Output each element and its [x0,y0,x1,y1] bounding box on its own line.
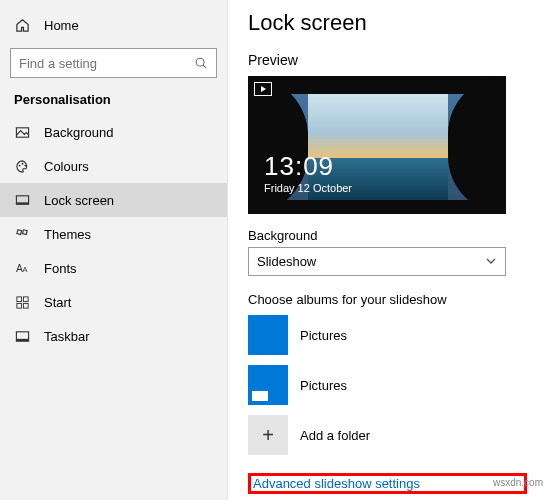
plus-icon: + [248,415,288,455]
taskbar-icon [14,328,30,344]
nav-label: Taskbar [44,329,90,344]
search-input[interactable] [19,56,194,71]
svg-rect-11 [23,296,28,301]
svg-rect-13 [23,303,28,308]
nav-label: Background [44,125,113,140]
preview-clock: 13:09 Friday 12 October [264,151,352,194]
album-name: Pictures [300,378,347,393]
album-thumb-icon [248,315,288,355]
sidebar-item-fonts[interactable]: AA Fonts [0,251,227,285]
home-label: Home [44,18,79,33]
themes-icon [14,226,30,242]
album-row[interactable]: Pictures [248,315,527,355]
nav-label: Colours [44,159,89,174]
advanced-link-highlight: Advanced slideshow settings [248,473,527,494]
advanced-slideshow-link[interactable]: Advanced slideshow settings [253,476,420,491]
dropdown-value: Slideshow [257,254,316,269]
picture-icon [14,124,30,140]
add-folder-button[interactable]: + Add a folder [248,415,527,455]
lockscreen-preview: 13:09 Friday 12 October [248,76,506,214]
fonts-icon: AA [14,260,30,276]
sidebar-item-themes[interactable]: Themes [0,217,227,251]
watermark: wsxdn.com [493,477,543,488]
add-folder-label: Add a folder [300,428,370,443]
background-label: Background [248,228,527,243]
search-icon [194,56,208,70]
search-input-container[interactable] [10,48,217,78]
main-panel: Lock screen Preview 13:09 Friday 12 Octo… [228,0,547,500]
start-icon [14,294,30,310]
section-title: Personalisation [0,88,227,115]
album-thumb-icon [248,365,288,405]
svg-point-0 [196,58,204,66]
clock-date: Friday 12 October [264,182,352,194]
nav-label: Themes [44,227,91,242]
nav-label: Start [44,295,71,310]
svg-point-4 [21,162,23,164]
svg-line-1 [203,65,206,68]
home-icon [14,17,30,33]
sidebar-item-start[interactable]: Start [0,285,227,319]
nav-label: Fonts [44,261,77,276]
sidebar-item-background[interactable]: Background [0,115,227,149]
sidebar-item-colours[interactable]: Colours [0,149,227,183]
home-button[interactable]: Home [0,8,227,42]
svg-rect-12 [16,303,21,308]
nav-label: Lock screen [44,193,114,208]
background-dropdown[interactable]: Slideshow [248,247,506,277]
svg-rect-10 [16,296,21,301]
sidebar-item-lockscreen[interactable]: Lock screen [0,183,227,217]
sidebar-item-taskbar[interactable]: Taskbar [0,319,227,353]
clock-time: 13:09 [264,151,352,182]
preview-label: Preview [248,52,527,68]
chevron-down-icon [485,255,497,267]
album-row[interactable]: Pictures [248,365,527,405]
sidebar: Home Personalisation Background Colours … [0,0,228,500]
svg-point-5 [24,164,26,166]
lockscreen-icon [14,192,30,208]
svg-point-3 [18,164,20,166]
palette-icon [14,158,30,174]
svg-rect-15 [16,338,28,340]
albums-label: Choose albums for your slideshow [248,292,527,307]
svg-rect-7 [16,202,28,204]
svg-text:A: A [22,265,27,274]
slideshow-indicator-icon [254,82,272,96]
page-title: Lock screen [248,10,527,36]
album-name: Pictures [300,328,347,343]
